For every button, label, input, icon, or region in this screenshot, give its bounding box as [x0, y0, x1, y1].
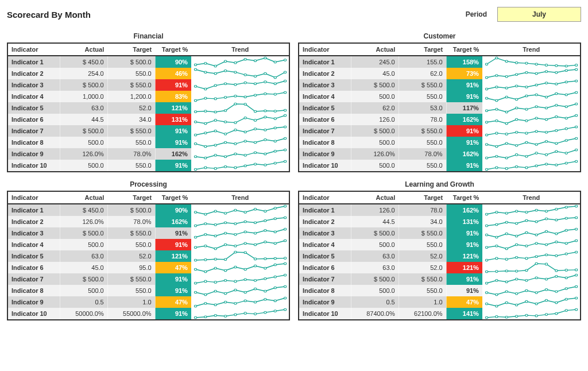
svg-point-68 — [274, 127, 276, 129]
actual-cell: 45.0 — [351, 68, 399, 79]
svg-point-241 — [204, 258, 207, 261]
svg-point-343 — [515, 257, 517, 259]
svg-point-210 — [194, 225, 196, 227]
svg-point-329 — [575, 228, 577, 230]
indicator-cell: Indicator 4 — [299, 239, 351, 250]
svg-point-139 — [575, 91, 577, 94]
svg-point-361 — [496, 280, 498, 282]
svg-point-208 — [274, 207, 276, 210]
target-pct-cell: 91% — [446, 285, 482, 296]
svg-point-315 — [535, 221, 537, 223]
indicator-cell: Indicator 5 — [7, 102, 60, 114]
svg-point-124 — [525, 86, 528, 88]
svg-point-153 — [515, 118, 517, 121]
indicator-cell: Indicator 2 — [299, 216, 351, 227]
svg-point-387 — [555, 302, 558, 304]
target-pct-cell: 91% — [446, 160, 482, 172]
svg-point-106 — [545, 64, 547, 67]
svg-point-335 — [535, 242, 537, 245]
actual-cell: 0.5 — [60, 296, 107, 308]
svg-point-131 — [496, 99, 498, 102]
trend-cell — [191, 102, 289, 114]
svg-point-81 — [204, 157, 207, 159]
panel-title: Financial — [7, 32, 290, 40]
indicator-cell: Indicator 5 — [299, 250, 351, 262]
svg-point-53 — [224, 121, 226, 123]
svg-point-61 — [204, 132, 207, 134]
target-cell: 62100.0% — [399, 308, 446, 320]
svg-point-313 — [515, 222, 517, 225]
svg-point-41 — [204, 110, 207, 113]
period-dropdown[interactable]: July — [497, 7, 581, 22]
svg-point-50 — [194, 121, 196, 123]
target-cell: 550.0 — [107, 285, 155, 296]
svg-point-209 — [284, 205, 286, 207]
scorecard-grid: Financial Indicator Actual Target Target… — [7, 32, 581, 320]
svg-point-242 — [214, 258, 216, 261]
indicator-cell: Indicator 6 — [299, 114, 351, 125]
svg-point-76 — [254, 141, 256, 144]
svg-point-64 — [234, 129, 237, 132]
col-target: Target — [107, 191, 155, 204]
svg-point-281 — [204, 303, 207, 305]
target-pct-cell: 162% — [446, 148, 482, 160]
target-cell: 78.0% — [107, 216, 155, 227]
svg-point-373 — [515, 293, 517, 295]
col-target: Target — [399, 43, 446, 56]
svg-point-268 — [274, 276, 276, 278]
svg-point-256 — [254, 265, 256, 267]
target-pct-cell: 131% — [446, 216, 482, 227]
svg-point-239 — [284, 239, 286, 242]
table-row: Indicator 10 500.0 550.0 91% — [299, 160, 581, 172]
svg-point-189 — [575, 149, 577, 151]
indicator-cell: Indicator 10 — [7, 308, 60, 320]
svg-point-134 — [525, 95, 528, 97]
svg-point-290 — [194, 316, 196, 319]
svg-point-364 — [525, 280, 528, 282]
svg-point-118 — [565, 69, 567, 72]
target-pct-cell: 46% — [155, 68, 191, 79]
svg-point-279 — [284, 285, 286, 288]
svg-point-221 — [204, 234, 207, 236]
svg-point-119 — [575, 68, 577, 71]
svg-point-350 — [485, 270, 488, 273]
target-cell: $ 550.0 — [399, 125, 446, 137]
indicator-cell: Indicator 4 — [7, 91, 60, 102]
svg-point-127 — [555, 83, 558, 86]
trend-cell — [191, 68, 289, 79]
svg-point-194 — [525, 167, 528, 169]
svg-point-255 — [244, 268, 246, 270]
target-pct-cell: 91% — [446, 273, 482, 285]
svg-point-111 — [496, 75, 498, 77]
svg-point-100 — [485, 63, 488, 65]
svg-point-83 — [224, 156, 226, 158]
target-pct-cell: 91% — [155, 79, 191, 91]
indicator-cell: Indicator 6 — [7, 262, 60, 273]
target-cell: 1,200.0 — [107, 91, 155, 102]
table-row: Indicator 7 $ 500.0 $ 550.0 91% — [7, 273, 289, 285]
svg-point-46 — [254, 110, 256, 113]
col-trend: Trend — [482, 191, 581, 204]
target-cell: $ 550.0 — [399, 273, 446, 285]
actual-cell: $ 450.0 — [60, 56, 107, 68]
col-trend: Trend — [482, 43, 581, 56]
svg-point-390 — [485, 316, 488, 319]
svg-point-388 — [565, 298, 567, 300]
indicator-cell: Indicator 2 — [299, 68, 351, 79]
trend-cell — [191, 79, 289, 91]
svg-point-7 — [264, 57, 266, 59]
target-pct-cell: 91% — [155, 239, 191, 250]
actual-cell: $ 500.0 — [60, 79, 107, 91]
period-selector: Period July — [466, 7, 581, 22]
table-row: Indicator 9 0.5 1.0 47% — [7, 296, 289, 308]
col-indicator: Indicator — [7, 191, 60, 204]
svg-point-270 — [194, 291, 196, 293]
svg-point-1 — [204, 63, 207, 65]
indicator-cell: Indicator 8 — [299, 285, 351, 296]
trend-cell — [191, 114, 289, 125]
svg-point-312 — [505, 221, 508, 223]
trend-cell — [482, 239, 581, 250]
header: Scorecard By Month Period July — [7, 7, 581, 22]
svg-point-360 — [485, 282, 488, 284]
svg-point-217 — [264, 220, 266, 222]
